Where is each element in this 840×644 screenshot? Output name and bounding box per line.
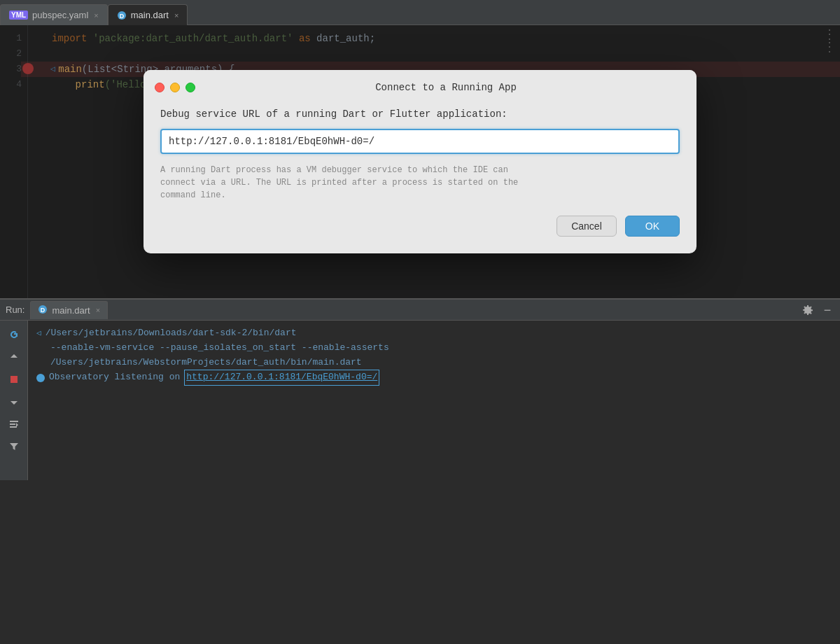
output-text-3: /Users/jetbrains/WebstormProjects/dart_a… bbox=[50, 356, 362, 370]
dart-icon: D bbox=[117, 10, 127, 20]
panel-tab-bar: Run: D main.dart × − bbox=[0, 300, 840, 321]
stop-icon[interactable] bbox=[6, 371, 22, 388]
panel-dart-icon: D bbox=[38, 304, 48, 316]
url-input[interactable] bbox=[160, 129, 680, 154]
minimize-panel-icon[interactable]: − bbox=[820, 303, 834, 317]
panel-output: ◁ /Users/jetbrains/Downloads/dart-sdk-2/… bbox=[28, 321, 840, 480]
scroll-down-icon[interactable] bbox=[6, 393, 22, 410]
panel-content: ◁ /Users/jetbrains/Downloads/dart-sdk-2/… bbox=[0, 321, 840, 480]
filter-icon[interactable] bbox=[6, 438, 22, 455]
tab-main-label: main.dart bbox=[131, 10, 169, 20]
output-text-1: /Users/jetbrains/Downloads/dart-sdk-2/bi… bbox=[46, 326, 297, 341]
tab-pubspec-label: pubspec.yaml bbox=[32, 10, 88, 20]
tab-pubspec[interactable]: YML pubspec.yaml × bbox=[0, 4, 108, 25]
svg-text:D: D bbox=[41, 307, 46, 314]
svg-rect-4 bbox=[10, 376, 18, 383]
panel-tab-close[interactable]: × bbox=[96, 306, 100, 314]
yaml-icon: YML bbox=[9, 10, 28, 20]
output-gutter-icon-1: ◁ bbox=[36, 328, 41, 340]
tab-main[interactable]: D main.dart × bbox=[108, 4, 188, 25]
observatory-dart-icon bbox=[36, 374, 45, 382]
panel-tab-label: main.dart bbox=[52, 305, 90, 316]
panel-controls: − bbox=[801, 303, 834, 317]
panel-tab-main[interactable]: D main.dart × bbox=[30, 301, 108, 319]
output-observatory-prefix: Observatory listening on bbox=[49, 370, 180, 385]
connect-dialog: Connect to a Running App Debug service U… bbox=[144, 70, 696, 253]
output-line-1: ◁ /Users/jetbrains/Downloads/dart-sdk-2/… bbox=[36, 326, 832, 341]
svg-text:D: D bbox=[120, 13, 125, 20]
dialog-buttons: Cancel OK bbox=[160, 216, 680, 237]
modal-overlay: Connect to a Running App Debug service U… bbox=[0, 25, 840, 298]
dialog-label: Debug service URL of a running Dart or F… bbox=[160, 106, 680, 122]
dialog-title: Connect to a Running App bbox=[206, 80, 685, 95]
tab-main-close[interactable]: × bbox=[174, 11, 178, 20]
output-line-4: Observatory listening on http://127.0.0.… bbox=[36, 370, 832, 386]
bottom-panel: Run: D main.dart × − bbox=[0, 298, 840, 480]
maximize-button[interactable] bbox=[186, 83, 195, 92]
close-button[interactable] bbox=[155, 83, 164, 92]
minimize-button[interactable] bbox=[170, 83, 180, 92]
scroll-up-icon[interactable] bbox=[6, 349, 22, 365]
wrap-icon[interactable] bbox=[6, 416, 22, 433]
ok-button[interactable]: OK bbox=[625, 216, 680, 237]
settings-icon[interactable] bbox=[801, 303, 815, 317]
modal-body: Debug service URL of a running Dart or F… bbox=[144, 102, 696, 253]
output-line-2: --enable-vm-service --pause_isolates_on_… bbox=[36, 341, 832, 356]
output-line-3: /Users/jetbrains/WebstormProjects/dart_a… bbox=[36, 356, 832, 370]
run-label: Run: bbox=[6, 304, 24, 315]
rerun-icon[interactable] bbox=[6, 326, 22, 343]
output-text-2: --enable-vm-service --pause_isolates_on_… bbox=[50, 341, 389, 356]
svg-rect-6 bbox=[10, 424, 15, 425]
svg-rect-7 bbox=[10, 426, 17, 428]
traffic-lights bbox=[155, 83, 195, 92]
svg-rect-5 bbox=[10, 421, 18, 422]
tab-pubspec-close[interactable]: × bbox=[94, 11, 98, 20]
modal-titlebar: Connect to a Running App bbox=[144, 70, 696, 102]
editor-area: 1 2 3 4 import 'package:dart_auth/dart_a… bbox=[0, 25, 840, 298]
observatory-url[interactable]: http://127.0.0.1:8181/EbqE0hWH-d0=/ bbox=[184, 370, 379, 386]
panel-sidebar bbox=[0, 321, 28, 480]
dialog-hint: A running Dart process has a VM debugger… bbox=[160, 164, 680, 202]
tab-bar: YML pubspec.yaml × D main.dart × bbox=[0, 0, 840, 25]
cancel-button[interactable]: Cancel bbox=[556, 216, 617, 237]
